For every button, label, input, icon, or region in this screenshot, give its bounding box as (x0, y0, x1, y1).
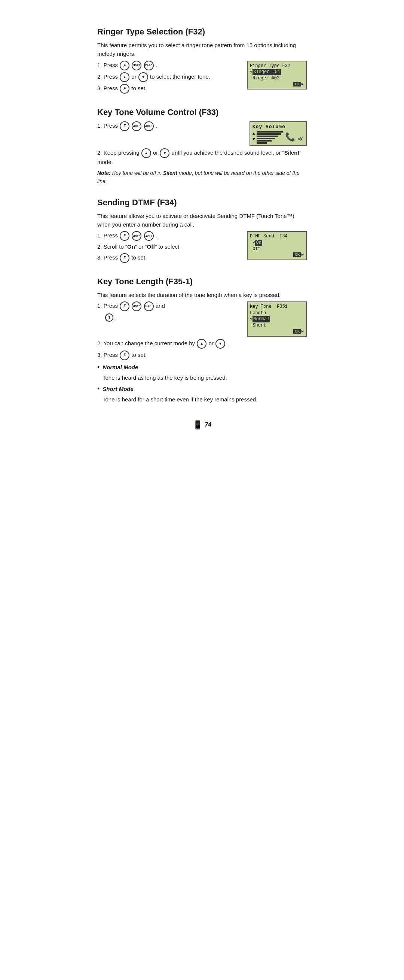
bullet-dot-1: • (97, 363, 100, 371)
key-3def-btn-4: 3DEF (131, 231, 141, 241)
vol-bar-3 (257, 135, 278, 137)
vol-bar-4 (257, 138, 275, 139)
section-key-tone-length: Key Tone Length (F35-1) This feature sel… (97, 275, 307, 404)
ringer-step2-text: to select the ringer tone. (150, 73, 210, 80)
length-lcd-row2: Short (250, 323, 304, 329)
key-up-btn-2 (141, 148, 151, 158)
dtmf-on-item: On (255, 240, 262, 246)
key-f-btn-2: F (120, 84, 130, 94)
length-lcd-title1: Key Tone F351 (250, 304, 304, 310)
bullet-normal-text: Normal Mode (103, 363, 138, 372)
vol-bar-5 (257, 140, 272, 142)
section-desc-dtmf: This feature allows you to activate or d… (97, 212, 307, 229)
volume-bars (257, 131, 283, 144)
volume-step1-dot: . (155, 122, 157, 129)
volume-arrows: ▲ ▼ (252, 131, 255, 143)
ringer-lcd-row1: √Ringer #01 (250, 69, 304, 75)
dtmf-step-1: 1. Press F 3DEF 4GHI . (97, 231, 241, 241)
vol-bar-2 (257, 133, 281, 135)
bullet-normal-label: Normal Mode (103, 364, 138, 371)
dtmf-step-3: 3. Press F to set. (97, 253, 241, 263)
section-dtmf: Sending DTMF (F34) This feature allows y… (97, 196, 307, 265)
ringer-lcd-row2: Ringer #02 (250, 75, 304, 82)
length-step-3: 3. Press F to set. (97, 350, 307, 360)
volume-step1-num: 1. Press (97, 122, 119, 129)
bullet-normal-mode: • Normal Mode (97, 363, 307, 372)
ringer-steps-container: 1. Press F 3DEF 2ABC . 2. Press or to se… (97, 60, 307, 95)
key-3def-btn-1: 3DEF (131, 60, 141, 70)
page-footer: 📱 74 (97, 418, 307, 431)
key-3def-btn-2: 3DEF (131, 121, 141, 131)
volume-bar-area: ▲ ▼ 📞 ≪ (252, 131, 304, 144)
bullet-short-mode: • Short Mode (97, 385, 307, 394)
key-f-btn-1: F (120, 60, 130, 70)
length-lcd-screen: Key Tone F351 Length √Normal Short OK► (247, 301, 307, 337)
dtmf-steps-col: 1. Press F 3DEF 4GHI . 2. Scroll to “On”… (97, 231, 241, 265)
ringer-ok-btn: OK (293, 82, 301, 86)
key-3def-btn-3: 3DEF (144, 121, 154, 131)
key-down-btn-1 (138, 72, 148, 82)
ringer-step3-num: 3. Press (97, 84, 119, 91)
footer-icon: 📱 (193, 418, 203, 431)
section-ringer-type: Ringer Type Selection (F32) This feature… (97, 25, 307, 95)
dtmf-step1-label: 1. Press (97, 232, 119, 239)
length-and-text: and (155, 302, 165, 309)
volume-step-2: 2. Keep pressing or until you achieve th… (97, 148, 307, 167)
length-lcd-ok-row: OK► (250, 329, 304, 334)
section-title-ringer: Ringer Type Selection (F32) (97, 25, 307, 38)
bullet-short-text: Short Mode (103, 385, 133, 394)
length-lcd-title2: Length (250, 310, 304, 317)
key-5jkl-btn: 5JKL (144, 301, 154, 311)
length-step-1b: 1 . (105, 313, 241, 322)
key-f-btn-7: F (120, 350, 130, 360)
ringer-step1-dot: . (155, 61, 157, 68)
volume-lcd-title: Key Volume (252, 124, 304, 130)
length-steps-col: 1. Press F 3DEF 5JKL and 1 . (97, 301, 241, 323)
length-ok-btn: OK (293, 329, 301, 334)
ringer-steps-col: 1. Press F 3DEF 2ABC . 2. Press or to se… (97, 60, 241, 95)
key-up-btn-1 (120, 72, 130, 82)
section-title-volume: Key Tone Volume Control (F33) (97, 106, 307, 118)
ringer-step-1: 1. Press F 3DEF 2ABC . (97, 60, 241, 70)
length-step-1: 1. Press F 3DEF 5JKL and (97, 301, 241, 311)
section-key-tone-volume: Key Tone Volume Control (F33) 1. Press F… (97, 106, 307, 186)
dtmf-arrow: ► (301, 252, 304, 257)
ringer-lcd-title: Ringer Type F32 (250, 63, 304, 69)
key-down-btn-2 (160, 148, 170, 158)
length-normal-item: Normal (252, 316, 270, 323)
volume-steps-col: 1. Press F 3DEF 3DEF . (97, 121, 244, 133)
volume-step2-num: 2. Keep pressing (97, 150, 141, 156)
ringer-step3-text: to set. (131, 84, 147, 91)
section-title-length: Key Tone Length (F35-1) (97, 275, 307, 288)
bullet-short-label: Short Mode (103, 386, 133, 392)
dtmf-steps-container: 1. Press F 3DEF 4GHI . 2. Scroll to “On”… (97, 231, 307, 265)
bullet-short-desc: Tone is heard for a short time even if t… (103, 395, 307, 404)
length-step3-label: 3. Press (97, 352, 119, 358)
length-screen-col: Key Tone F351 Length √Normal Short OK► (247, 301, 307, 337)
volume-phone-icon: 📞 (285, 132, 295, 144)
ringer-lcd-ok-row: OK► (250, 82, 304, 87)
dtmf-lcd-screen: DTMF Send F34 √On Off OK► (247, 231, 307, 260)
dtmf-ok-btn: OK (293, 252, 301, 257)
length-or-3: or (208, 340, 215, 347)
vol-bar-6 (257, 142, 267, 144)
length-lcd-row1: √Normal (250, 316, 304, 323)
length-step3-text: to set. (131, 352, 147, 358)
key-f-btn-4: F (120, 231, 130, 241)
dtmf-lcd-ok-row: OK► (250, 252, 304, 258)
ringer-step1-num: 1. Press (97, 61, 119, 68)
volume-screen-col: Key Volume ▲ ▼ 📞 ≪ (250, 121, 307, 146)
key-4ghi-btn: 4GHI (144, 231, 154, 241)
ringer-step-2: 2. Press or to select the ringer tone. (97, 72, 241, 82)
key-3def-btn-5: 3DEF (131, 301, 141, 311)
ringer-step-3: 3. Press F to set. (97, 84, 241, 94)
dtmf-lcd-title: DTMF Send F34 (250, 233, 304, 240)
length-step1-label: 1. Press (97, 302, 119, 309)
ringer-lcd-screen: Ringer Type F32 √Ringer #01 Ringer #02 O… (247, 60, 307, 90)
key-f-btn-5: F (120, 253, 130, 263)
key-f-btn-6: F (120, 301, 130, 311)
vol-up-arrow: ▲ (252, 131, 255, 137)
dtmf-lcd-row1: √On (250, 240, 304, 246)
dtmf-step-2: 2. Scroll to “On” or “Off” to select. (97, 243, 241, 251)
ringer-screen-col: Ringer Type F32 √Ringer #01 Ringer #02 O… (247, 60, 307, 90)
